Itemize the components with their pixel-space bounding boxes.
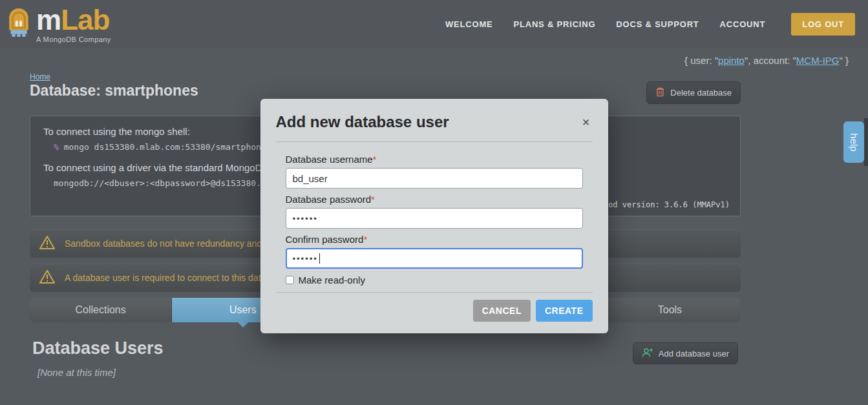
top-nav-bar: mLab A MongoDB Company WELCOME PLANS & P… [0, 0, 868, 48]
nav-link-docs-support[interactable]: DOCS & SUPPORT [616, 19, 699, 29]
add-user-modal: Add new database user × Database usernam… [260, 99, 608, 333]
nav-link-account[interactable]: ACCOUNT [720, 19, 766, 29]
brand-name-lab: Lab [61, 6, 109, 34]
add-user-icon [642, 348, 653, 359]
session-info: { user: "ppinto", account: "MCM-IPG" } [684, 55, 849, 66]
cancel-button[interactable]: CANCEL [473, 300, 531, 322]
create-button[interactable]: CREATE [536, 300, 593, 322]
confirm-password-label-text: Confirm password [286, 234, 364, 245]
delete-database-button[interactable]: Delete database [646, 81, 741, 104]
username-input[interactable] [286, 168, 583, 189]
mongod-version: mongod version: 3.6.6 (MMAPv1) [589, 200, 730, 209]
modal-title: Add new database user [276, 113, 449, 131]
username-label: Database username* [286, 154, 583, 165]
session-prefix: { user: " [684, 55, 718, 66]
confirm-password-value: •••••• [293, 254, 318, 264]
page-title: Database: smartphones [30, 82, 198, 99]
help-panel-edge [864, 118, 868, 166]
username-label-text: Database username [286, 154, 373, 165]
trash-icon [655, 87, 665, 99]
mlab-bulb-icon [5, 6, 32, 43]
nav-links: WELCOME PLANS & PRICING DOCS & SUPPORT A… [445, 13, 868, 36]
warning-icon [39, 269, 56, 287]
read-only-option[interactable]: Make read-only [286, 275, 583, 286]
password-input[interactable] [286, 208, 583, 229]
help-tab[interactable]: help [843, 121, 864, 163]
required-asterisk: * [373, 154, 377, 165]
tab-users-label: Users [229, 304, 257, 315]
modal-footer-divider [276, 292, 593, 293]
nav-link-welcome[interactable]: WELCOME [445, 19, 492, 29]
close-icon[interactable]: × [580, 113, 593, 131]
breadcrumb-home-link[interactable]: Home [30, 72, 50, 81]
help-tab-label: help [848, 133, 859, 151]
brand-name-m: m [36, 6, 61, 34]
delete-database-label: Delete database [670, 88, 732, 98]
tab-tools[interactable]: Tools [599, 298, 741, 322]
session-mid: ", account: " [745, 55, 796, 66]
read-only-label: Make read-only [299, 275, 365, 286]
warning-icon [39, 235, 56, 253]
brand-tagline: A MongoDB Company [36, 36, 111, 43]
password-label: Database password* [286, 194, 583, 205]
nav-link-plans-pricing[interactable]: PLANS & PRICING [514, 19, 596, 29]
password-label-text: Database password [286, 194, 372, 205]
confirm-password-label: Confirm password* [286, 234, 583, 245]
add-database-user-label: Add database user [659, 349, 729, 358]
shell-prompt: % [54, 142, 59, 152]
tab-collections[interactable]: Collections [30, 298, 172, 322]
mlab-logo[interactable]: mLab A MongoDB Company [5, 6, 111, 43]
session-suffix: " } [839, 55, 849, 66]
confirm-password-input[interactable]: •••••• [286, 248, 583, 269]
text-caret [319, 253, 320, 264]
required-asterisk: * [363, 234, 367, 245]
no-users-note: [None at this time] [37, 367, 116, 378]
active-tab-notch [237, 322, 249, 327]
read-only-checkbox[interactable] [286, 276, 294, 284]
required-asterisk: * [371, 194, 375, 205]
log-out-button[interactable]: LOG OUT [791, 13, 855, 36]
database-users-title: Database Users [32, 338, 164, 358]
add-database-user-button[interactable]: Add database user [633, 342, 738, 364]
session-account-link[interactable]: MCM-IPG [796, 55, 840, 66]
session-user-link[interactable]: ppinto [718, 55, 745, 66]
user-required-warning-text: A database user is required to connect t… [65, 273, 288, 283]
